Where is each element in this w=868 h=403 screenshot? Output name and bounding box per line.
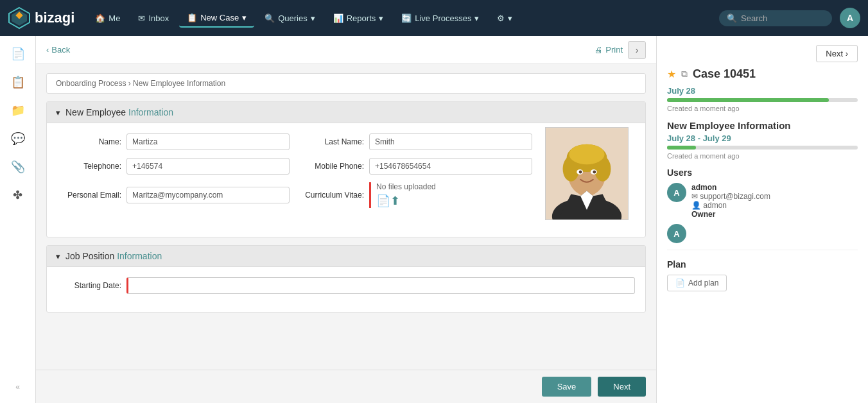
logo[interactable]: bizagi	[8, 6, 74, 30]
start-date-field-group: Starting Date:	[57, 277, 635, 294]
sidebar-document-icon[interactable]: 📄	[6, 42, 30, 65]
nav-inbox[interactable]: ✉ Inbox	[130, 10, 177, 27]
cv-upload-area: No files uploaded 📄⬆	[369, 182, 436, 208]
svg-point-10	[569, 144, 604, 165]
svg-point-14	[593, 171, 596, 174]
email-icon: ✉	[691, 192, 698, 201]
start-date-input[interactable]	[126, 277, 635, 294]
case-date2: July 28 - July 29	[667, 133, 858, 143]
search-icon: 🔍	[727, 13, 737, 23]
bottom-action-bar: Save Next	[36, 370, 656, 403]
newcase-icon: 📋	[187, 13, 197, 22]
dropdown-arrow-icon: ▾	[242, 13, 247, 22]
breadcrumb-bar: ‹ Back 🖨 Print ›	[36, 36, 656, 64]
sidebar-folder-icon[interactable]: 📁	[6, 99, 30, 122]
case-date1: July 28	[667, 86, 858, 96]
email-label: Personal Email:	[57, 191, 121, 200]
sidebar-collapse-button[interactable]: «	[10, 377, 25, 397]
print-icon: 🖨	[595, 45, 603, 55]
lastname-input[interactable]	[369, 133, 532, 150]
copy-case-icon: ⧉	[681, 69, 688, 80]
panel-toggle-button[interactable]: ›	[628, 41, 646, 59]
search-input[interactable]	[741, 13, 824, 23]
user-info-1: admon ✉ support@bizagi.com 👤 admon Owner	[691, 183, 770, 219]
section1-body: Name: Last Name: Telephone:	[47, 123, 645, 237]
lastname-label: Last Name:	[300, 137, 364, 146]
section1-header[interactable]: ▾ New Employee Information	[47, 102, 645, 123]
nav-reports[interactable]: 📊 Reports ▾	[326, 10, 392, 27]
email-row: Personal Email: Curriculum Vitae: No fil…	[57, 182, 532, 208]
user-avatar-2: A	[667, 224, 686, 243]
start-date-row: Starting Date:	[57, 277, 635, 294]
nav-queries[interactable]: 🔍 Queries ▾	[257, 10, 323, 27]
save-button[interactable]: Save	[542, 377, 592, 397]
lastname-field-group: Last Name:	[300, 133, 532, 150]
back-arrow-icon: ‹	[46, 45, 49, 55]
job-position-section: ▾ Job Position Information Starting Date…	[46, 245, 646, 313]
settings-icon: ⚙	[497, 13, 505, 23]
dropdown-arrow-icon: ▾	[508, 13, 512, 23]
email-field-group: Personal Email:	[57, 187, 290, 203]
star-icon[interactable]: ★	[667, 68, 676, 80]
user-owner-label-1: Owner	[691, 210, 770, 219]
sidebar-list-icon[interactable]: 📋	[6, 71, 30, 94]
created-label-2: Created a moment ago	[667, 152, 858, 160]
add-plan-button[interactable]: 📄 Add plan	[667, 275, 727, 291]
nav-settings[interactable]: ⚙ ▾	[489, 10, 520, 27]
right-panel-top: Next ›	[667, 45, 858, 62]
divider	[667, 250, 858, 250]
user-avatar[interactable]: A	[840, 8, 860, 28]
case-section-title: New Employee Information	[667, 120, 858, 131]
home-icon: 🏠	[95, 13, 105, 23]
breadcrumb-path: New Employee Onboarding Process › New Em…	[46, 73, 646, 94]
cv-upload-button[interactable]: 📄⬆	[376, 194, 436, 208]
top-navigation: bizagi 🏠 Me ✉ Inbox 📋 New Case ▾ 🔍 Queri…	[0, 0, 868, 36]
users-title: Users	[667, 167, 858, 178]
reports-icon: 📊	[333, 13, 343, 23]
name-label: Name:	[57, 137, 121, 146]
dropdown-arrow-icon: ▾	[474, 13, 479, 23]
name-input[interactable]	[126, 133, 290, 150]
sidebar-workflow-icon[interactable]: ✤	[6, 184, 30, 207]
user-icon: 👤	[691, 201, 701, 210]
queries-icon: 🔍	[265, 13, 275, 23]
new-employee-section: ▾ New Employee Information	[46, 101, 646, 237]
progress-bar-2	[667, 146, 858, 150]
plan-title: Plan	[667, 259, 858, 270]
nav-me[interactable]: 🏠 Me	[87, 10, 128, 27]
section2-header[interactable]: ▾ Job Position Information	[47, 246, 645, 267]
left-sidebar: 📄 📋 📁 💬 📎 ✤ «	[0, 36, 36, 403]
section1-title: New Employee Information	[65, 107, 173, 117]
cv-label: Curriculum Vitae:	[300, 191, 364, 200]
start-date-label: Starting Date:	[57, 281, 121, 290]
sidebar-attachment-icon[interactable]: 📎	[6, 155, 30, 178]
search-box[interactable]: 🔍	[719, 10, 832, 26]
print-button[interactable]: 🖨 Print	[595, 45, 623, 55]
form-scroll-area: New Employee Onboarding Process › New Em…	[36, 64, 656, 370]
nav-live-processes[interactable]: 🔄 Live Processes ▾	[394, 10, 487, 27]
mobile-field-group: Mobile Phone:	[300, 158, 532, 175]
next-top-button[interactable]: Next ›	[816, 45, 858, 62]
telephone-input[interactable]	[126, 158, 290, 175]
dropdown-arrow-icon: ▾	[311, 13, 315, 23]
cv-no-files-text: No files uploaded	[376, 182, 436, 191]
case-header: ★ ⧉ Case 10451	[667, 67, 858, 81]
employee-photo	[545, 127, 629, 220]
email-input[interactable]	[126, 187, 290, 203]
next-button[interactable]: Next	[598, 377, 646, 397]
sidebar-chat-icon[interactable]: 💬	[6, 127, 30, 150]
nav-new-case[interactable]: 📋 New Case ▾	[179, 9, 254, 28]
user-username-1: 👤 admon	[691, 201, 770, 210]
logo-text: bizagi	[35, 10, 74, 26]
user-avatar-1: A	[667, 183, 686, 202]
mobile-label: Mobile Phone:	[300, 162, 364, 171]
mobile-input[interactable]	[369, 158, 532, 175]
cv-field-group: Curriculum Vitae: No files uploaded 📄⬆	[300, 182, 532, 208]
live-icon: 🔄	[401, 13, 412, 23]
plan-section: Plan 📄 Add plan	[667, 259, 858, 291]
dropdown-arrow-icon: ▾	[379, 13, 383, 23]
back-button[interactable]: ‹ Back	[46, 45, 70, 55]
user-row-1: A admon ✉ support@bizagi.com 👤 admon Own…	[667, 183, 858, 219]
users-section: Users A admon ✉ support@bizagi.com 👤 adm…	[667, 167, 858, 243]
collapse2-icon: ▾	[56, 252, 60, 261]
